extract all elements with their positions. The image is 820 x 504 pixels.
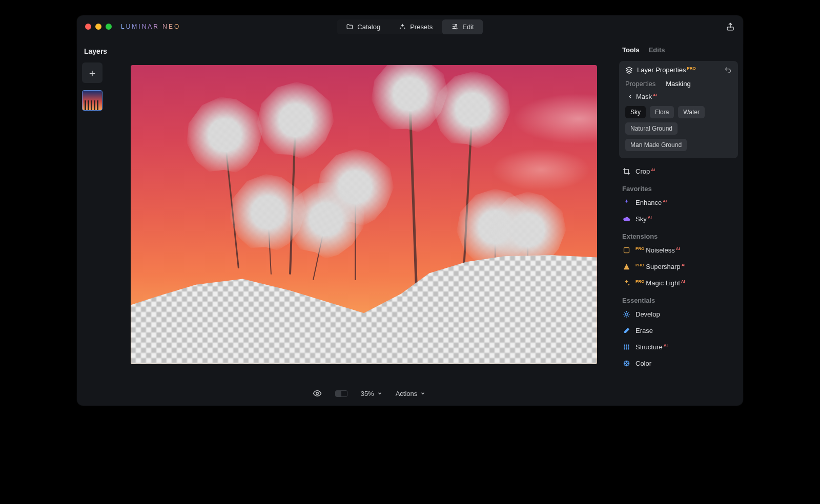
tool-color-label: Color xyxy=(636,360,651,367)
chip-man-made-ground[interactable]: Man Made Ground xyxy=(625,139,687,151)
layer-properties-header[interactable]: Layer PropertiesPRO xyxy=(625,66,732,74)
svg-point-4 xyxy=(316,392,318,395)
layer-properties-card: Layer PropertiesPRO Properties Masking M… xyxy=(619,61,738,158)
tool-erase-label: Erase xyxy=(636,327,653,334)
eye-icon xyxy=(313,389,322,398)
minimize-window-button[interactable] xyxy=(95,24,101,30)
magic-light-icon xyxy=(622,279,630,287)
mask-back-label: Mask xyxy=(636,93,652,101)
subtab-properties[interactable]: Properties xyxy=(625,80,655,88)
zoom-dropdown[interactable]: 35% xyxy=(361,390,382,397)
app-logo: LUMINAR NEO xyxy=(121,23,180,30)
ai-badge: AI xyxy=(663,199,667,203)
section-favorites: Favorites xyxy=(619,180,738,195)
compare-toggle[interactable] xyxy=(335,390,347,397)
tab-tools[interactable]: Tools xyxy=(622,46,640,54)
app-window: LUMINAR NEO Catalog Presets Edit xyxy=(77,15,743,406)
add-layer-button[interactable]: ＋ xyxy=(82,62,102,83)
mode-switcher: Catalog Presets Edit xyxy=(337,19,483,34)
mask-back-button[interactable]: MaskAI xyxy=(627,93,732,100)
mode-presets[interactable]: Presets xyxy=(389,19,442,34)
tool-sky-label: Sky xyxy=(636,215,647,223)
svg-point-7 xyxy=(624,345,625,346)
right-panel-tabs: Tools Edits xyxy=(619,43,738,61)
plus-icon: ＋ xyxy=(87,66,97,80)
pro-badge: PRO xyxy=(636,279,644,284)
tool-supersharp[interactable]: PROSupersharpAI xyxy=(619,259,738,275)
svg-point-9 xyxy=(628,345,629,346)
chip-flora[interactable]: Flora xyxy=(650,106,674,118)
ai-badge: AI xyxy=(653,93,657,97)
svg-point-20 xyxy=(624,363,625,364)
noiseless-icon xyxy=(622,246,630,255)
tool-enhance-label: Enhance xyxy=(636,199,662,206)
color-icon xyxy=(622,360,630,368)
compare-split-icon xyxy=(335,390,347,397)
ai-badge: AI xyxy=(648,215,652,220)
actions-label: Actions xyxy=(396,390,418,397)
svg-point-15 xyxy=(628,348,629,350)
tool-magic-light-label: Magic Light xyxy=(646,279,680,287)
tool-noiseless[interactable]: PRONoiselessAI xyxy=(619,242,738,259)
svg-point-14 xyxy=(626,348,627,350)
svg-point-18 xyxy=(627,363,628,364)
tool-crop-label: Crop xyxy=(636,167,650,175)
section-essentials: Essentials xyxy=(619,291,738,306)
svg-point-1 xyxy=(454,26,455,27)
mode-catalog[interactable]: Catalog xyxy=(337,19,389,34)
chevron-down-icon xyxy=(420,391,425,396)
tool-supersharp-label: Supersharp xyxy=(646,263,680,270)
preview-toggle[interactable] xyxy=(313,389,322,398)
svg-point-13 xyxy=(624,348,625,350)
fullscreen-window-button[interactable] xyxy=(106,24,112,30)
layer-properties-title: Layer Properties xyxy=(637,66,686,74)
pro-badge: PRO xyxy=(636,263,644,267)
share-button[interactable] xyxy=(726,22,735,31)
svg-point-17 xyxy=(626,362,627,363)
svg-point-10 xyxy=(624,346,625,348)
undo-button[interactable] xyxy=(724,66,732,74)
zoom-value: 35% xyxy=(361,390,374,397)
sliders-icon xyxy=(451,23,458,30)
mask-category-chips: Sky Flora Water Natural Ground Man Made … xyxy=(625,106,732,151)
supersharp-icon xyxy=(622,263,630,271)
pro-badge: PRO xyxy=(636,246,644,251)
tool-structure-label: Structure xyxy=(636,343,663,351)
chip-sky[interactable]: Sky xyxy=(625,106,646,118)
tool-color[interactable]: Color xyxy=(619,355,738,372)
tab-edits[interactable]: Edits xyxy=(649,46,665,54)
mode-presets-label: Presets xyxy=(410,23,433,31)
mode-edit[interactable]: Edit xyxy=(442,19,483,34)
layers-panel: Layers ＋ xyxy=(77,38,123,406)
titlebar: LUMINAR NEO Catalog Presets Edit xyxy=(77,15,743,38)
sparkles-icon xyxy=(399,23,406,30)
tool-develop-label: Develop xyxy=(636,310,660,318)
actions-dropdown[interactable]: Actions xyxy=(396,390,426,397)
tool-structure[interactable]: StructureAI xyxy=(619,339,738,355)
tool-erase[interactable]: Erase xyxy=(619,323,738,339)
svg-point-12 xyxy=(628,346,629,348)
tool-noiseless-label: Noiseless xyxy=(646,246,674,254)
structure-icon xyxy=(622,343,630,351)
folder-icon xyxy=(346,23,353,30)
canvas-toolbar: 35% Actions xyxy=(123,381,615,406)
ai-badge: AI xyxy=(664,343,668,348)
tool-sky[interactable]: SkyAI xyxy=(619,211,738,227)
tool-crop[interactable]: CropAI xyxy=(619,163,738,180)
develop-icon xyxy=(622,310,630,319)
chip-water[interactable]: Water xyxy=(678,106,705,118)
layer-thumbnail[interactable] xyxy=(82,90,102,111)
svg-point-6 xyxy=(625,313,628,316)
cloud-icon xyxy=(622,215,630,223)
subtab-masking[interactable]: Masking xyxy=(666,80,690,88)
canvas-viewport xyxy=(123,38,615,381)
window-controls xyxy=(85,24,112,30)
tool-develop[interactable]: Develop xyxy=(619,306,738,323)
chip-natural-ground[interactable]: Natural Ground xyxy=(625,122,678,135)
close-window-button[interactable] xyxy=(85,24,91,30)
tool-magic-light[interactable]: PROMagic LightAI xyxy=(619,275,738,291)
layers-title: Layers xyxy=(84,47,118,55)
image-canvas[interactable] xyxy=(131,65,597,364)
tool-enhance[interactable]: EnhanceAI xyxy=(619,195,738,211)
pro-badge: PRO xyxy=(687,66,695,71)
